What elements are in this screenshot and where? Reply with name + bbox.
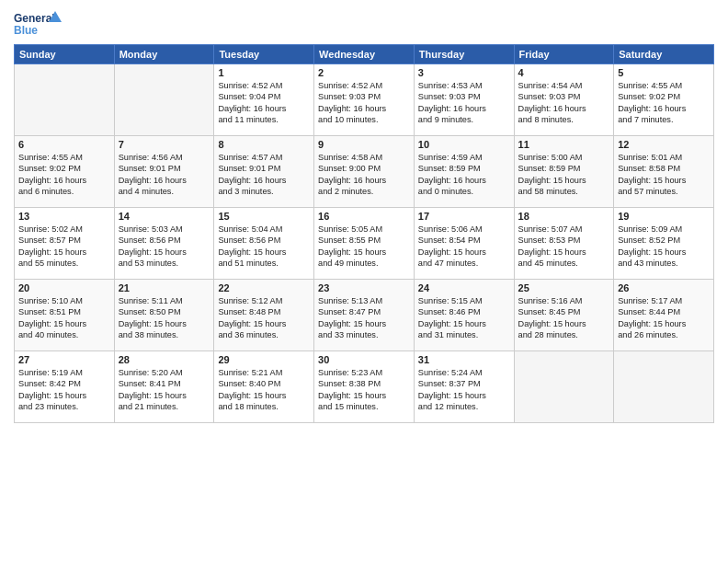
day-info-line: and 57 minutes. [618, 186, 710, 197]
day-info-line: Sunrise: 5:21 AM [218, 367, 310, 378]
day-info-line: Sunset: 8:48 PM [218, 306, 310, 317]
day-info-line: Sunset: 8:46 PM [418, 306, 510, 317]
calendar-cell: 21Sunrise: 5:11 AMSunset: 8:50 PMDayligh… [114, 280, 214, 351]
day-number: 30 [318, 354, 410, 365]
calendar-cell: 2Sunrise: 4:52 AMSunset: 9:03 PMDaylight… [314, 64, 415, 136]
day-info-line: Sunrise: 4:55 AM [618, 80, 710, 91]
day-info-line: Sunset: 9:02 PM [18, 163, 110, 174]
day-number: 15 [218, 211, 310, 222]
day-info-line: and 45 minutes. [518, 258, 610, 269]
day-info-line: and 2 minutes. [318, 186, 410, 197]
day-info-line: Sunset: 8:59 PM [418, 163, 510, 174]
calendar-cell: 1Sunrise: 4:52 AMSunset: 9:04 PMDaylight… [214, 64, 314, 136]
day-info-line: Daylight: 16 hours [18, 175, 110, 186]
day-info-line: Sunset: 8:40 PM [218, 378, 310, 389]
day-info-line: Sunset: 8:56 PM [218, 235, 310, 246]
day-info-line: Sunset: 8:44 PM [618, 306, 710, 317]
day-number: 31 [418, 354, 510, 365]
day-info-line: Sunset: 8:52 PM [618, 235, 710, 246]
day-info-line: Daylight: 15 hours [418, 247, 510, 258]
day-number: 24 [418, 282, 510, 293]
header-day-sunday: Sunday [15, 45, 115, 64]
day-info-line: Sunrise: 5:04 AM [218, 224, 310, 235]
day-info-line: and 49 minutes. [318, 258, 410, 269]
week-row-1: 1Sunrise: 4:52 AMSunset: 9:04 PMDaylight… [15, 64, 714, 136]
day-info-line: Sunset: 8:37 PM [418, 378, 510, 389]
day-number: 26 [618, 282, 710, 293]
day-info-line: Sunset: 8:57 PM [18, 235, 110, 246]
calendar-cell: 24Sunrise: 5:15 AMSunset: 8:46 PMDayligh… [414, 280, 514, 351]
day-info-line: and 53 minutes. [119, 258, 210, 269]
day-info-line: and 47 minutes. [418, 258, 510, 269]
day-number: 1 [218, 67, 310, 78]
day-info-line: Daylight: 15 hours [618, 318, 710, 329]
day-info-line: Sunrise: 5:10 AM [18, 295, 110, 306]
day-info-line: Sunrise: 5:19 AM [18, 367, 110, 378]
day-info-line: Sunset: 9:00 PM [318, 163, 410, 174]
day-number: 16 [318, 211, 410, 222]
header: GeneralBlue [14, 9, 714, 39]
day-info-line: Daylight: 15 hours [318, 318, 410, 329]
svg-text:General: General [14, 12, 55, 25]
day-info-line: and 26 minutes. [618, 329, 710, 340]
day-info-line: and 6 minutes. [18, 186, 110, 197]
day-number: 18 [518, 211, 610, 222]
day-info-line: and 33 minutes. [318, 329, 410, 340]
calendar-cell: 20Sunrise: 5:10 AMSunset: 8:51 PMDayligh… [15, 280, 115, 351]
day-info-line: Daylight: 15 hours [218, 247, 310, 258]
day-number: 11 [518, 139, 610, 150]
day-info-line: Sunrise: 5:03 AM [119, 224, 210, 235]
svg-text:Blue: Blue [14, 24, 38, 37]
calendar-cell: 3Sunrise: 4:53 AMSunset: 9:03 PMDaylight… [414, 64, 514, 136]
day-info-line: Sunrise: 5:20 AM [119, 367, 210, 378]
day-number: 14 [119, 211, 210, 222]
day-info-line: Sunrise: 5:16 AM [518, 295, 610, 306]
calendar-page: GeneralBlue SundayMondayTuesdayWednesday… [0, 0, 728, 563]
day-info-line: Daylight: 15 hours [418, 390, 510, 401]
calendar-cell [614, 351, 714, 423]
calendar-cell: 9Sunrise: 4:58 AMSunset: 9:00 PMDaylight… [314, 136, 415, 208]
day-info-line: and 4 minutes. [119, 186, 210, 197]
day-number: 6 [18, 139, 110, 150]
day-info-line: Daylight: 16 hours [119, 175, 210, 186]
day-info-line: Sunset: 8:38 PM [318, 378, 410, 389]
day-info-line: Daylight: 16 hours [618, 103, 710, 114]
day-number: 22 [218, 282, 310, 293]
day-info-line: and 40 minutes. [18, 329, 110, 340]
day-info-line: Sunrise: 5:07 AM [518, 224, 610, 235]
day-info-line: and 23 minutes. [18, 401, 110, 412]
day-info-line: and 18 minutes. [218, 401, 310, 412]
calendar-cell: 12Sunrise: 5:01 AMSunset: 8:58 PMDayligh… [614, 136, 714, 208]
calendar-cell: 27Sunrise: 5:19 AMSunset: 8:42 PMDayligh… [15, 351, 115, 423]
day-info-line: and 58 minutes. [518, 186, 610, 197]
day-info-line: Sunset: 8:42 PM [18, 378, 110, 389]
day-info-line: Sunrise: 5:24 AM [418, 367, 510, 378]
calendar-cell: 4Sunrise: 4:54 AMSunset: 9:03 PMDaylight… [514, 64, 614, 136]
day-info-line: Sunset: 8:51 PM [18, 306, 110, 317]
day-info-line: Daylight: 16 hours [418, 175, 510, 186]
day-info-line: Daylight: 15 hours [518, 247, 610, 258]
day-info-line: and 9 minutes. [418, 114, 510, 125]
day-info-line: and 12 minutes. [418, 401, 510, 412]
calendar-cell: 30Sunrise: 5:23 AMSunset: 8:38 PMDayligh… [314, 351, 415, 423]
logo-icon: GeneralBlue [14, 9, 69, 39]
day-info-line: Daylight: 15 hours [218, 318, 310, 329]
day-number: 8 [218, 139, 310, 150]
day-info-line: Sunrise: 4:57 AM [218, 152, 310, 163]
day-info-line: Sunset: 9:01 PM [218, 163, 310, 174]
day-info-line: and 7 minutes. [618, 114, 710, 125]
day-info-line: Daylight: 15 hours [119, 247, 210, 258]
day-info-line: Sunset: 8:53 PM [518, 235, 610, 246]
calendar-cell: 5Sunrise: 4:55 AMSunset: 9:02 PMDaylight… [614, 64, 714, 136]
day-info-line: Sunrise: 5:15 AM [418, 295, 510, 306]
day-number: 10 [418, 139, 510, 150]
day-info-line: and 55 minutes. [18, 258, 110, 269]
day-info-line: Sunrise: 4:58 AM [318, 152, 410, 163]
day-number: 20 [18, 282, 110, 293]
day-info-line: and 10 minutes. [318, 114, 410, 125]
day-info-line: Daylight: 16 hours [318, 103, 410, 114]
day-info-line: Daylight: 15 hours [318, 390, 410, 401]
header-row: SundayMondayTuesdayWednesdayThursdayFrid… [15, 45, 714, 64]
day-info-line: Sunset: 8:45 PM [518, 306, 610, 317]
day-info-line: Sunset: 8:47 PM [318, 306, 410, 317]
